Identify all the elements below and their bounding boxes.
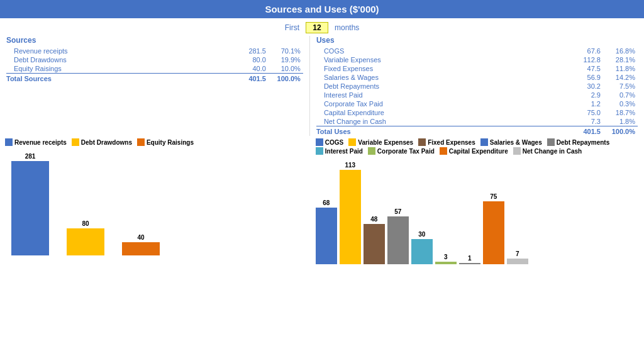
- row-pct: 18.7%: [603, 108, 638, 117]
- row-pct: 16.8%: [603, 47, 638, 55]
- row-label: Net Change in Cash: [316, 117, 565, 126]
- table-row: Interest Paid 2.9 0.7%: [316, 91, 638, 99]
- row-value: 75.0: [565, 108, 603, 117]
- bar-label: 48: [370, 216, 377, 223]
- bar-label: 1: [468, 255, 472, 262]
- row-value: 112.8: [565, 55, 603, 64]
- row-label: Debt Repayments: [316, 82, 565, 91]
- legend-label: Variable Expenses: [358, 139, 413, 146]
- legend-color-swatch: [480, 138, 488, 146]
- page-title: Sources and Uses ($'000): [0, 0, 644, 18]
- bar-group: 57: [387, 157, 409, 264]
- row-label: Fixed Expenses: [316, 64, 565, 73]
- legend-label: Interest Paid: [325, 148, 363, 155]
- bar-group: 1: [459, 157, 480, 264]
- sources-total-row: Total Sources 401.5 100.0%: [6, 74, 303, 84]
- row-value: 2.9: [565, 91, 603, 99]
- months-row: First 12 months: [0, 18, 644, 36]
- sources-legend: Revenue receipts Debt Drawdowns Equity R…: [5, 138, 309, 146]
- legend-color-swatch: [368, 147, 375, 155]
- bar-rect: [122, 242, 160, 255]
- legend-color-swatch: [137, 138, 145, 146]
- row-value: 47.5: [565, 64, 603, 73]
- legend-item: Debt Repayments: [547, 138, 609, 146]
- legend-label: Revenue receipts: [14, 139, 67, 146]
- bar-label: 30: [418, 231, 425, 238]
- sources-total-value: 401.5: [231, 74, 269, 84]
- sources-total-pct: 100.0%: [269, 74, 303, 84]
- bar-rect: [411, 239, 433, 264]
- row-pct: 70.1%: [269, 47, 303, 55]
- bar-rect: [387, 216, 409, 264]
- uses-total-label: Total Uses: [316, 126, 565, 137]
- bar-group: 30: [411, 157, 433, 264]
- months-label: months: [335, 23, 359, 32]
- legend-color-swatch: [513, 147, 521, 155]
- uses-chart: COGS Variable Expenses Fixed Expenses Sa…: [309, 138, 639, 264]
- row-label: Corporate Tax Paid: [316, 99, 565, 108]
- table-row: Corporate Tax Paid 1.2 0.3%: [316, 99, 638, 108]
- sources-bar-chart: 281 80 40: [5, 148, 309, 255]
- legend-color-swatch: [316, 138, 323, 146]
- legend-color-swatch: [348, 138, 356, 146]
- uses-legend: COGS Variable Expenses Fixed Expenses Sa…: [316, 138, 630, 155]
- legend-item: Corporate Tax Paid: [368, 147, 435, 155]
- uses-bar-chart: 68 113 48 57 30 3 1 75 7: [316, 157, 639, 264]
- legend-item: Capital Expenditure: [440, 147, 508, 155]
- bar-group: 68: [316, 157, 337, 264]
- row-value: 1.2: [565, 99, 603, 108]
- legend-item: Fixed Expenses: [418, 138, 475, 146]
- table-row: Capital Expenditure 75.0 18.7%: [316, 108, 638, 117]
- bar-group: 75: [483, 157, 504, 264]
- bar-label: 7: [516, 250, 519, 257]
- legend-label: Salaries & Wages: [490, 139, 542, 146]
- bar-group: 3: [435, 157, 457, 264]
- legend-item: Variable Expenses: [348, 138, 413, 146]
- row-label: Debt Drawdowns: [6, 55, 231, 64]
- bar-label: 80: [82, 220, 89, 227]
- table-row: Salaries & Wages 56.9 14.2%: [316, 73, 638, 82]
- bar-group: 281: [11, 148, 49, 255]
- bar-rect: [435, 262, 457, 264]
- table-row: Revenue receipts 281.5 70.1%: [6, 47, 303, 55]
- legend-color-swatch: [547, 138, 555, 146]
- row-label: Interest Paid: [316, 91, 565, 99]
- table-row: Variable Expenses 112.8 28.1%: [316, 55, 638, 64]
- data-section: Sources Revenue receipts 281.5 70.1%Debt…: [0, 36, 644, 136]
- bar-label: 113: [345, 162, 355, 169]
- months-input[interactable]: 12: [306, 22, 328, 33]
- bar-rect: [11, 161, 49, 255]
- bar-rect: [67, 228, 104, 255]
- bar-group: 113: [340, 157, 361, 264]
- row-value: 281.5: [231, 47, 269, 55]
- legend-label: Debt Repayments: [557, 139, 609, 146]
- legend-color-swatch: [5, 138, 13, 146]
- bar-group: 48: [364, 157, 385, 264]
- row-label: Salaries & Wages: [316, 73, 565, 82]
- row-pct: 11.8%: [603, 64, 638, 73]
- legend-item: Interest Paid: [316, 147, 363, 155]
- sources-chart: Revenue receipts Debt Drawdowns Equity R…: [5, 138, 309, 264]
- legend-label: Capital Expenditure: [449, 148, 508, 155]
- legend-item: Debt Drawdowns: [72, 138, 132, 146]
- legend-label: Debt Drawdowns: [81, 139, 132, 146]
- row-pct: 28.1%: [603, 55, 638, 64]
- legend-label: Equity Raisings: [147, 139, 194, 146]
- table-row: Equity Raisings 40.0 10.0%: [6, 64, 303, 74]
- row-value: 56.9: [565, 73, 603, 82]
- bar-rect: [483, 201, 504, 264]
- table-row: Debt Repayments 30.2 7.5%: [316, 82, 638, 91]
- row-value: 7.3: [565, 117, 603, 126]
- charts-area: Revenue receipts Debt Drawdowns Equity R…: [0, 138, 644, 264]
- row-value: 80.0: [231, 55, 269, 64]
- legend-color-swatch: [440, 147, 447, 155]
- legend-item: Net Change in Cash: [513, 147, 582, 155]
- row-label: Equity Raisings: [6, 64, 231, 74]
- bar-group: 40: [122, 148, 160, 255]
- sources-table: Revenue receipts 281.5 70.1%Debt Drawdow…: [6, 47, 303, 83]
- bar-label: 68: [323, 199, 330, 206]
- bar-group: 80: [67, 148, 104, 255]
- row-pct: 19.9%: [269, 55, 303, 64]
- bar-rect: [316, 208, 337, 264]
- legend-color-swatch: [72, 138, 79, 146]
